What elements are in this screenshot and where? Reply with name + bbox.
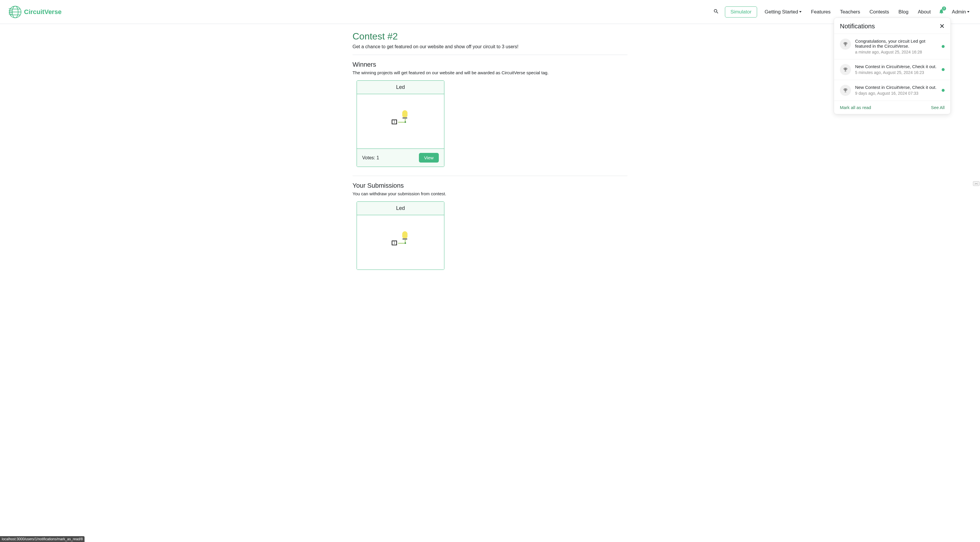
notification-time: 5 minutes ago, August 25, 2024 16:23	[855, 70, 938, 75]
node	[404, 242, 406, 244]
nav-getting-started[interactable]: Getting Started	[763, 7, 803, 17]
unread-dot	[942, 68, 945, 71]
svg-rect-5	[9, 12, 12, 13]
svg-rect-4	[9, 10, 11, 11]
notification-item[interactable]: New Contest in CircuitVerse, Check it ou…	[834, 80, 950, 101]
svg-rect-3	[9, 8, 11, 9]
notifications-title: Notifications	[840, 22, 875, 30]
submission-card-preview[interactable]: 1	[357, 215, 444, 269]
header: CircuitVerse Simulator Getting Started F…	[0, 0, 980, 24]
unread-dot	[942, 45, 945, 48]
notification-text: Congratulations, your circuit Led got fe…	[855, 39, 938, 49]
svg-point-9	[12, 12, 13, 13]
corner-widget[interactable]: ><	[973, 181, 979, 186]
winner-card-preview[interactable]: 1	[357, 94, 444, 149]
chevron-down-icon	[967, 11, 969, 13]
nav-contests[interactable]: Contests	[868, 7, 891, 17]
circuit-preview: 1	[392, 234, 409, 251]
nav-getting-started-label: Getting Started	[765, 9, 798, 15]
node	[404, 121, 406, 123]
winner-card-footer: Votes: 1 View	[357, 149, 444, 166]
notification-body: New Contest in CircuitVerse, Check it ou…	[855, 85, 938, 96]
close-icon[interactable]: ✕	[939, 23, 945, 30]
main-content: Contest #2 Get a chance to get featured …	[347, 24, 633, 285]
notification-badge: 3	[942, 6, 946, 11]
logo-text: CircuitVerse	[24, 8, 61, 16]
winner-card: Led 1 Votes: 1 View	[356, 81, 444, 167]
trophy-icon	[840, 64, 851, 75]
winners-subtitle: The winning projects will get featured o…	[353, 70, 627, 75]
nav-simulator[interactable]: Simulator	[725, 6, 757, 17]
svg-point-8	[11, 10, 12, 11]
notification-text: New Contest in CircuitVerse, Check it ou…	[855, 64, 938, 69]
see-all-link[interactable]: See All	[931, 105, 945, 110]
notification-body: New Contest in CircuitVerse, Check it ou…	[855, 64, 938, 75]
svg-point-7	[11, 8, 11, 9]
nav-blog[interactable]: Blog	[897, 7, 910, 17]
notification-item[interactable]: Congratulations, your circuit Led got fe…	[834, 33, 950, 59]
nav-teachers[interactable]: Teachers	[838, 7, 862, 17]
page-subtitle: Get a chance to get featured on our webs…	[353, 44, 627, 49]
divider	[353, 55, 627, 55]
nav-features[interactable]: Features	[809, 7, 832, 17]
logo[interactable]: CircuitVerse	[9, 6, 61, 18]
notification-text: New Contest in CircuitVerse, Check it ou…	[855, 85, 938, 90]
submission-card-title: Led	[357, 202, 444, 215]
nav-admin-label: Admin	[952, 9, 966, 15]
notifications-bell[interactable]: 3	[939, 8, 944, 16]
input-value: 1	[392, 241, 397, 245]
trophy-icon	[840, 85, 851, 96]
chevron-down-icon	[799, 11, 802, 13]
trophy-icon	[840, 39, 851, 50]
circuit-preview: 1	[392, 113, 409, 130]
mark-all-read-link[interactable]: Mark all as read	[840, 105, 871, 110]
wire	[398, 122, 405, 122]
led-icon	[402, 110, 407, 117]
notification-body: Congratulations, your circuit Led got fe…	[855, 39, 938, 54]
notifications-panel: Notifications ✕ Congratulations, your ci…	[834, 17, 951, 114]
notification-time: 9 days ago, August 16, 2024 07:33	[855, 91, 938, 96]
submission-card: Led 1	[356, 201, 444, 270]
svg-point-10	[11, 13, 12, 14]
search-icon[interactable]	[713, 8, 719, 16]
input-value: 1	[392, 120, 397, 124]
nav-about[interactable]: About	[916, 7, 932, 17]
led-icon	[402, 231, 407, 238]
wire	[398, 243, 405, 244]
nav: Simulator Getting Started Features Teach…	[713, 6, 971, 17]
winner-card-title: Led	[357, 81, 444, 94]
nav-admin[interactable]: Admin	[950, 7, 971, 17]
winner-votes: Votes: 1	[362, 155, 379, 160]
notifications-footer: Mark all as read See All	[834, 101, 950, 114]
svg-rect-6	[9, 14, 11, 14]
submissions-title: Your Submissions	[353, 182, 627, 189]
notification-item[interactable]: New Contest in CircuitVerse, Check it ou…	[834, 59, 950, 80]
notification-time: a minute ago, August 25, 2024 16:28	[855, 50, 938, 54]
submissions-subtitle: You can withdraw your submission from co…	[353, 191, 627, 196]
notifications-header: Notifications ✕	[834, 18, 950, 33]
view-button[interactable]: View	[419, 153, 439, 163]
page-title: Contest #2	[353, 31, 627, 42]
winners-title: Winners	[353, 61, 627, 68]
unread-dot	[942, 89, 945, 92]
divider	[353, 176, 627, 176]
circuitverse-logo-icon	[9, 6, 22, 18]
